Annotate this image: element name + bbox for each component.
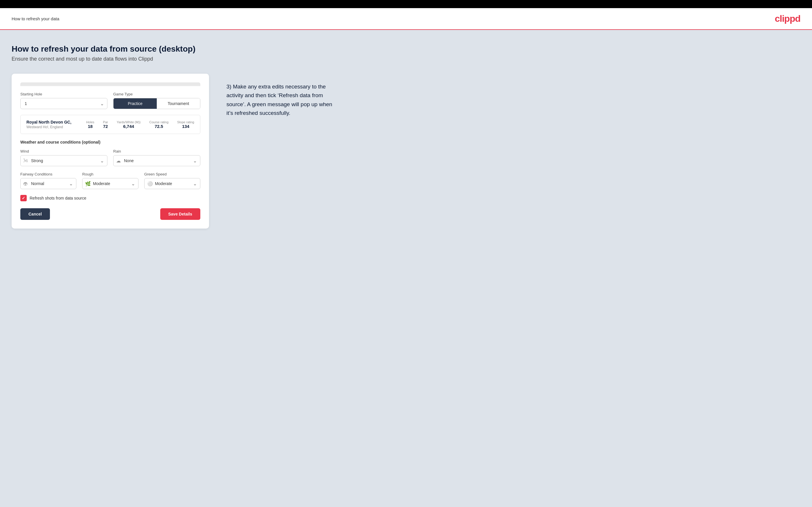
course-rating-value: 72.5 — [149, 124, 168, 129]
yards-stat: Yards/White (M)) 6,744 — [117, 120, 141, 129]
game-type-label: Game Type — [113, 92, 200, 96]
slope-rating-stat: Slope rating 134 — [177, 120, 194, 129]
side-description: 3) Make any extra edits necessary to the… — [226, 74, 337, 118]
course-info-box: Royal North Devon GC, Westward Ho!, Engl… — [20, 115, 200, 134]
header-title: How to refresh your data — [12, 16, 59, 21]
starting-hole-label: Starting Hole — [20, 92, 107, 96]
form-card: Starting Hole 1 ⌄ Game Type Practice Tou… — [12, 74, 209, 229]
side-description-text: 3) Make any extra edits necessary to the… — [226, 82, 337, 118]
fairway-select[interactable]: Normal — [20, 178, 77, 189]
game-type-group: Game Type Practice Tournament — [113, 92, 200, 109]
main-content: How to refresh your data from source (de… — [0, 30, 812, 507]
check-icon: ✓ — [22, 196, 25, 201]
holes-value: 18 — [86, 124, 94, 129]
course-rating-stat: Course rating 72.5 — [149, 120, 168, 129]
fairway-icon: 🏟 — [23, 181, 28, 186]
starting-hole-gametype-row: Starting Hole 1 ⌄ Game Type Practice Tou… — [20, 92, 200, 109]
fairway-label: Fairway Conditions — [20, 172, 77, 176]
green-speed-label: Green Speed — [144, 172, 200, 176]
starting-hole-group: Starting Hole 1 ⌄ — [20, 92, 107, 109]
rain-group: Rain ☁ None ⌄ — [113, 149, 200, 166]
green-speed-icon: ⚪ — [147, 181, 153, 186]
rough-label: Rough — [82, 172, 138, 176]
tab-area — [20, 82, 200, 86]
course-name: Royal North Devon GC, — [27, 120, 71, 124]
refresh-checkbox-label: Refresh shots from data source — [30, 196, 86, 201]
refresh-checkbox[interactable]: ✓ — [20, 195, 27, 201]
holes-label: Holes — [86, 120, 94, 124]
rain-icon: ☁ — [116, 158, 121, 164]
par-value: 72 — [103, 124, 108, 129]
green-speed-group: Green Speed ⚪ Moderate ⌄ — [144, 172, 200, 189]
rough-icon: 🌿 — [85, 181, 91, 186]
starting-hole-select-wrapper: 1 ⌄ — [20, 98, 107, 109]
wind-rain-row: Wind 🌬 Strong ⌄ Rain ☁ None — [20, 149, 200, 166]
rough-group: Rough 🌿 Moderate ⌄ — [82, 172, 138, 189]
header: How to refresh your data clippd — [0, 8, 812, 30]
content-area: Starting Hole 1 ⌄ Game Type Practice Tou… — [12, 74, 800, 229]
slope-rating-value: 134 — [177, 124, 194, 129]
page-subtitle: Ensure the correct and most up to date d… — [12, 56, 800, 62]
course-rating-label: Course rating — [149, 120, 168, 124]
rain-select[interactable]: None — [113, 155, 200, 166]
wind-group: Wind 🌬 Strong ⌄ — [20, 149, 107, 166]
rain-select-wrapper: ☁ None ⌄ — [113, 155, 200, 166]
green-speed-select-wrapper: ⚪ Moderate ⌄ — [144, 178, 200, 189]
cancel-button[interactable]: Cancel — [20, 208, 50, 220]
wind-select-wrapper: 🌬 Strong ⌄ — [20, 155, 107, 166]
par-stat: Par 72 — [103, 120, 108, 129]
course-info-left: Royal North Devon GC, Westward Ho!, Engl… — [27, 120, 71, 129]
page-title: How to refresh your data from source (de… — [12, 44, 800, 54]
yards-value: 6,744 — [117, 124, 141, 129]
divider — [20, 86, 200, 86]
fairway-rough-green-row: Fairway Conditions 🏟 Normal ⌄ Rough 🌿 — [20, 172, 200, 189]
slope-rating-label: Slope rating — [177, 120, 194, 124]
rain-label: Rain — [113, 149, 200, 154]
game-type-buttons: Practice Tournament — [113, 98, 200, 109]
course-stats: Holes 18 Par 72 Yards/White (M)) 6,744 C… — [86, 120, 194, 129]
yards-label: Yards/White (M)) — [117, 120, 141, 124]
logo: clippd — [775, 13, 800, 24]
buttons-row: Cancel Save Details — [20, 208, 200, 220]
par-label: Par — [103, 120, 108, 124]
top-bar — [0, 0, 812, 8]
rough-select-wrapper: 🌿 Moderate ⌄ — [82, 178, 138, 189]
save-button[interactable]: Save Details — [160, 208, 201, 220]
fairway-group: Fairway Conditions 🏟 Normal ⌄ — [20, 172, 77, 189]
refresh-checkbox-row: ✓ Refresh shots from data source — [20, 195, 200, 201]
tournament-button[interactable]: Tournament — [157, 98, 200, 109]
conditions-title: Weather and course conditions (optional) — [20, 140, 200, 145]
fairway-select-wrapper: 🏟 Normal ⌄ — [20, 178, 77, 189]
starting-hole-select[interactable]: 1 — [20, 98, 107, 109]
holes-stat: Holes 18 — [86, 120, 94, 129]
wind-label: Wind — [20, 149, 107, 154]
practice-button[interactable]: Practice — [113, 98, 157, 109]
wind-select[interactable]: Strong — [20, 155, 107, 166]
wind-icon: 🌬 — [23, 158, 28, 163]
course-location: Westward Ho!, England — [27, 125, 71, 129]
